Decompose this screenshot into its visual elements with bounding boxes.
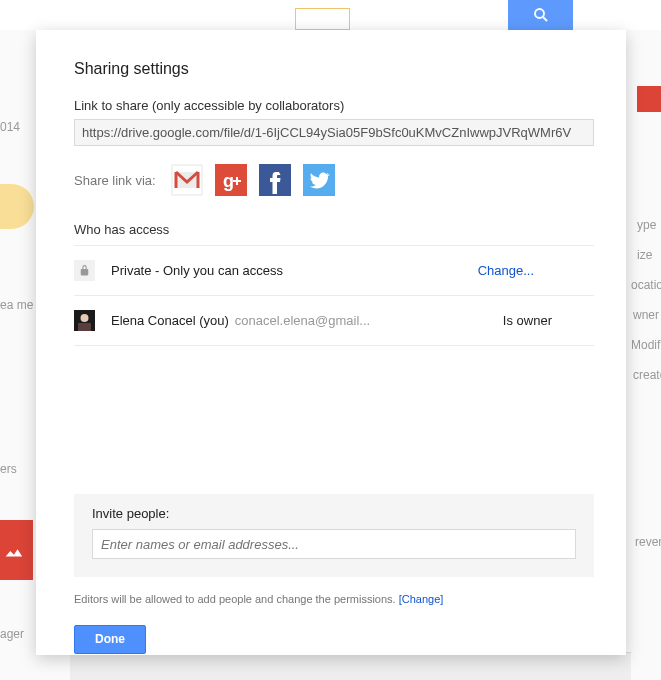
bg-label: ers [0, 462, 17, 476]
dialog-title: Sharing settings [74, 60, 594, 78]
permission-note: Editors will be allowed to add people an… [74, 593, 594, 605]
bg-orange-circle [0, 184, 34, 229]
svg-point-0 [535, 9, 544, 18]
svg-rect-10 [78, 323, 91, 331]
svg-point-9 [81, 314, 89, 322]
gmail-icon[interactable] [171, 164, 203, 196]
bg-search-button [508, 0, 573, 30]
invite-input[interactable] [92, 529, 576, 559]
bg-label: ea me [0, 298, 33, 312]
lock-icon [74, 260, 95, 281]
bg-photo-tile [637, 86, 661, 112]
bg-detail: ize [637, 248, 652, 262]
invite-people-box: Invite people: [74, 494, 594, 577]
access-row-owner: Elena Conacel (you)conacel.elena@gmail..… [74, 296, 594, 346]
google-plus-icon[interactable]: g [215, 164, 247, 196]
access-list: Private - Only you can access Change... … [74, 245, 594, 346]
done-button[interactable]: Done [74, 625, 146, 654]
twitter-icon[interactable] [303, 164, 335, 196]
share-via-label: Share link via: [74, 173, 156, 188]
bg-detail: ype [637, 218, 656, 232]
who-has-access-header: Who has access [74, 222, 594, 237]
facebook-icon[interactable] [259, 164, 291, 196]
invite-label: Invite people: [92, 506, 576, 521]
bg-label: 014 [0, 120, 20, 134]
private-text: Private - Only you can access [111, 263, 478, 278]
owner-email: conacel.elena@gmail... [235, 313, 370, 328]
share-via-row: Share link via: g [74, 164, 594, 196]
svg-line-1 [543, 17, 547, 21]
owner-role: Is owner [503, 313, 552, 328]
owner-name: Elena Conacel (you) [111, 313, 229, 328]
bg-label: ager [0, 627, 24, 641]
share-link-input[interactable] [74, 119, 594, 146]
change-visibility-link[interactable]: Change... [478, 263, 534, 278]
bg-detail: wner [633, 308, 659, 322]
permission-change-link[interactable]: [Change] [399, 593, 444, 605]
permission-note-text: Editors will be allowed to add people an… [74, 593, 399, 605]
sharing-dialog: Sharing settings Link to share (only acc… [36, 30, 626, 655]
bg-notice-box [295, 8, 350, 30]
owner-info: Elena Conacel (you)conacel.elena@gmail..… [111, 313, 503, 328]
access-row-private: Private - Only you can access Change... [74, 246, 594, 296]
bg-detail: create [633, 368, 661, 382]
svg-text:g: g [223, 171, 234, 191]
bg-thumbnails [70, 652, 631, 680]
owner-avatar [74, 310, 95, 331]
bg-red-square [0, 520, 33, 580]
bg-detail: Modified [631, 338, 661, 352]
link-share-label: Link to share (only accessible by collab… [74, 98, 594, 113]
bg-detail: ocation [631, 278, 661, 292]
bg-label: reven [635, 535, 661, 549]
